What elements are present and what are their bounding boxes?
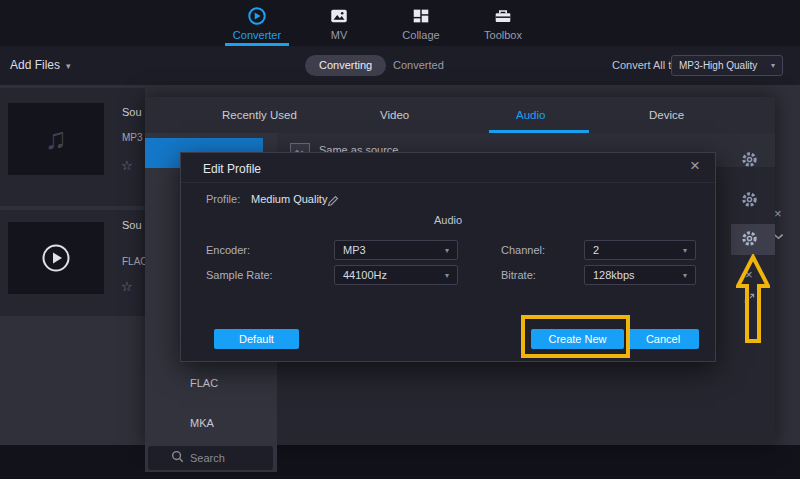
tab-mv-label: MV: [331, 29, 348, 41]
encoder-label: Encoder:: [206, 244, 250, 256]
caret-down-icon: ▾: [771, 61, 775, 70]
add-files-button[interactable]: Add Files▾: [10, 46, 71, 85]
close-icon[interactable]: ×: [690, 156, 700, 176]
file-name: Sou: [122, 219, 142, 231]
dialog-title: Edit Profile: [203, 162, 261, 176]
tab-collage-label: Collage: [402, 29, 439, 41]
play-icon: [41, 243, 71, 273]
profile-panel-tabs: Recently Used Video Audio Device: [145, 97, 775, 133]
caret-down-icon: ▾: [445, 246, 449, 255]
tab-video[interactable]: Video: [380, 97, 409, 133]
tab-converter-label: Converter: [233, 29, 281, 41]
edit-profile-dialog: Edit Profile × Profile: Medium Quality A…: [180, 152, 716, 362]
audio-file-thumbnail[interactable]: [8, 222, 104, 294]
audio-file-thumbnail[interactable]: ♫: [8, 103, 104, 175]
edit-effect-icon[interactable]: ☆: [121, 279, 133, 294]
tab-device[interactable]: Device: [649, 97, 684, 133]
search-input[interactable]: [190, 452, 250, 464]
tab-recently-used[interactable]: Recently Used: [222, 97, 297, 133]
toolbar: Add Files▾ Converting Converted Convert …: [0, 46, 800, 85]
converted-tab[interactable]: Converted: [393, 55, 444, 76]
bitrate-value: 128kbps: [593, 269, 635, 281]
channel-label: Channel:: [501, 244, 545, 256]
search-box[interactable]: [148, 446, 273, 470]
encoder-value: MP3: [343, 244, 366, 256]
sidebar-item-mka[interactable]: MKA: [190, 417, 214, 429]
annotation-arrow-up: [736, 254, 770, 348]
tab-mv[interactable]: MV: [298, 0, 380, 46]
search-icon: [171, 449, 184, 467]
converter-icon: [247, 6, 267, 26]
annotation-highlight-rectangle: [521, 315, 630, 358]
caret-down-icon: ▾: [683, 271, 687, 280]
pencil-icon[interactable]: [327, 193, 339, 211]
tab-audio[interactable]: Audio: [516, 97, 545, 133]
settings-gear-icon[interactable]: [741, 230, 758, 247]
settings-gear-icon[interactable]: [741, 191, 758, 208]
channel-dropdown[interactable]: 2▾: [584, 240, 696, 260]
tab-converter[interactable]: Converter: [216, 0, 298, 46]
convert-all-value: MP3-High Quality: [679, 60, 757, 71]
edit-effect-icon[interactable]: ☆: [121, 158, 133, 173]
bitrate-dropdown[interactable]: 128kbps▾: [584, 265, 696, 285]
caret-down-icon: ▾: [445, 271, 449, 280]
app-window: Converter MV Collage Toolbox Add Files▾ …: [0, 0, 800, 479]
settings-gear-icon[interactable]: [741, 151, 758, 168]
sample-rate-label: Sample Rate:: [206, 269, 273, 281]
cancel-button[interactable]: Cancel: [627, 329, 699, 349]
bitrate-label: Bitrate:: [501, 269, 536, 281]
section-heading-audio: Audio: [181, 214, 715, 226]
collage-icon: [411, 6, 431, 26]
sample-rate-value: 44100Hz: [343, 269, 387, 281]
music-note-icon: ♫: [45, 122, 68, 156]
caret-down-icon: ▾: [66, 61, 71, 71]
mv-icon: [329, 6, 349, 26]
channel-value: 2: [593, 244, 599, 256]
file-name: Sou: [122, 106, 142, 118]
main-nav-tabs: Converter MV Collage Toolbox: [216, 0, 544, 46]
toolbox-icon: [493, 6, 513, 26]
file-format: FLAC: [122, 256, 148, 267]
bottom-bar: [0, 445, 800, 479]
file-format: MP3: [122, 132, 143, 143]
tab-collage[interactable]: Collage: [380, 0, 462, 46]
tab-toolbox[interactable]: Toolbox: [462, 0, 544, 46]
add-files-label: Add Files: [10, 58, 60, 72]
sample-rate-dropdown[interactable]: 44100Hz▾: [334, 265, 458, 285]
encoder-dropdown[interactable]: MP3▾: [334, 240, 458, 260]
profile-name-value: Medium Quality: [251, 193, 327, 205]
top-navigation: Converter MV Collage Toolbox: [0, 0, 800, 46]
profile-label: Profile:: [206, 193, 240, 205]
sidebar-item-flac[interactable]: FLAC: [190, 377, 218, 389]
converting-tab[interactable]: Converting: [305, 55, 386, 76]
caret-down-icon: ▾: [683, 246, 687, 255]
remove-file-icon[interactable]: ×: [774, 206, 782, 221]
divider: [181, 182, 715, 183]
default-button[interactable]: Default: [214, 329, 299, 349]
tab-toolbox-label: Toolbox: [484, 29, 522, 41]
convert-all-dropdown[interactable]: MP3-High Quality▾: [671, 55, 783, 76]
